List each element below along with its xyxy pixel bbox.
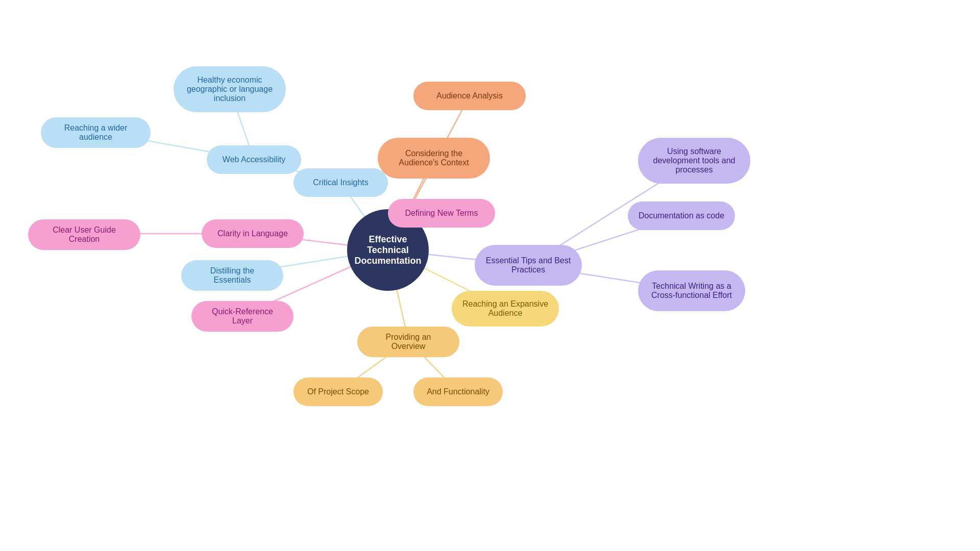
node-functionality: And Functionality	[413, 378, 503, 406]
node-label-defining-terms: Defining New Terms	[405, 209, 478, 218]
node-healthy-inclusion: Healthy economic geographic or language …	[174, 66, 286, 112]
node-label-considering-context: Considering the Audience's Context	[388, 149, 480, 167]
node-label-audience-analysis: Audience Analysis	[436, 91, 503, 101]
node-label-doc-as-code: Documentation as code	[639, 211, 724, 220]
node-label-technical-writing: Technical Writing as a Cross-functional …	[648, 282, 735, 300]
node-doc-as-code: Documentation as code	[628, 202, 735, 230]
node-label-providing-overview: Providing an Overview	[368, 333, 449, 351]
node-label-functionality: And Functionality	[427, 387, 489, 396]
node-reaching-wider: Reaching a wider audience	[41, 117, 151, 148]
node-clarity-language: Clarity in Language	[202, 219, 304, 248]
node-label-using-software: Using software development tools and pro…	[648, 147, 740, 174]
node-reaching-expansive: Reaching an Expansive Audience	[452, 291, 559, 327]
node-label-reaching-wider: Reaching a wider audience	[51, 123, 140, 142]
node-label-reaching-expansive: Reaching an Expansive Audience	[462, 299, 549, 318]
node-label-distilling-essentials: Distilling the Essentials	[191, 266, 273, 285]
node-essential-tips: Essential Tips and Best Practices	[475, 245, 582, 286]
node-label-quick-reference: Quick-Reference Layer	[202, 307, 283, 325]
node-providing-overview: Providing an Overview	[357, 327, 459, 357]
node-label-essential-tips: Essential Tips and Best Practices	[485, 256, 572, 274]
node-label-clarity-language: Clarity in Language	[217, 229, 288, 238]
node-web-accessibility: Web Accessibility	[207, 145, 301, 174]
node-defining-terms: Defining New Terms	[388, 199, 495, 228]
node-label-clear-user-guide: Clear User Guide Creation	[38, 226, 130, 244]
node-distilling-essentials: Distilling the Essentials	[181, 260, 283, 291]
node-considering-context: Considering the Audience's Context	[378, 138, 490, 179]
node-critical-insights: Critical Insights	[293, 168, 388, 197]
center-label: Effective Technical Documentation	[347, 234, 429, 266]
node-label-critical-insights: Critical Insights	[313, 178, 368, 187]
node-project-scope: Of Project Scope	[293, 378, 383, 406]
node-quick-reference: Quick-Reference Layer	[191, 301, 293, 332]
node-technical-writing: Technical Writing as a Cross-functional …	[638, 270, 745, 311]
node-label-healthy-inclusion: Healthy economic geographic or language …	[184, 76, 276, 103]
node-clear-user-guide: Clear User Guide Creation	[28, 219, 140, 250]
node-using-software: Using software development tools and pro…	[638, 138, 750, 184]
node-label-web-accessibility: Web Accessibility	[223, 155, 285, 164]
node-audience-analysis: Audience Analysis	[413, 82, 526, 110]
node-label-project-scope: Of Project Scope	[307, 387, 369, 396]
